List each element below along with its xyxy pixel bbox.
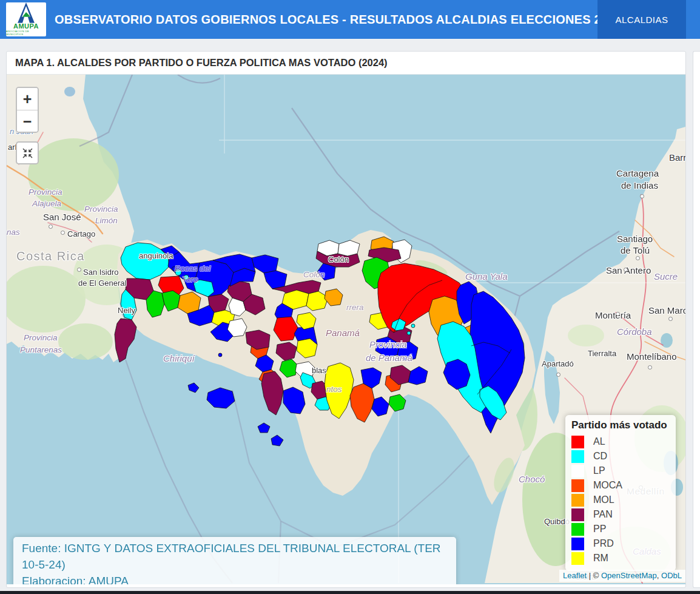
zoom-out-button[interactable]: − [17, 110, 38, 132]
legend-label: CD [593, 451, 607, 462]
comma-text: , [657, 571, 659, 580]
legend-label: PRD [593, 538, 614, 549]
legend-swatch-MOCA [571, 479, 584, 492]
legend-swatch-MOL [571, 494, 584, 507]
map-panel: MAPA 1. ALCALDES POR PARTIDO O FUERZA PO… [6, 51, 686, 588]
legend-swatch-AL [571, 436, 584, 448]
city-marker-dot [77, 268, 81, 272]
app-header: AMUPA ASOCIACION DE MUNICIPIOS OBSERVATO… [0, 0, 700, 39]
right-panel-sliver [693, 51, 700, 588]
city-marker-dot [556, 373, 560, 377]
leaflet-map[interactable]: n JuanarloProvinciaAlajuelaSan JoséCarta… [7, 75, 685, 584]
source-box: Fuente: IGNTG Y DATOS EXTRAOFICIALES DEL… [13, 537, 456, 584]
island-polygon-CD[interactable] [184, 275, 189, 280]
legend-title: Partido más votado [571, 419, 670, 431]
logo-subtext: ASOCIACION DE MUNICIPIOS [6, 30, 46, 36]
legend-label: RM [593, 553, 608, 564]
legend-swatch-LP [571, 465, 584, 478]
legend-row: LP [571, 464, 670, 478]
attribution-separator: | [589, 571, 591, 580]
island-polygon-CD[interactable] [407, 331, 411, 335]
legend-label: PP [593, 524, 606, 535]
city-marker-dot [648, 365, 652, 370]
city-marker-dot [616, 312, 620, 316]
legend-swatch-CD [571, 450, 584, 463]
map-attribution: Leaflet | © OpenStreetMap, ODbL [559, 570, 685, 582]
source-line1: Fuente: IGNTG Y DATOS EXTRAOFICIALES DEL… [22, 541, 448, 573]
map-panel-title: MAPA 1. ALCALDES POR PARTIDO O FUERZA PO… [7, 52, 685, 75]
legend-label: MOCA [593, 480, 622, 491]
logo-a-icon [14, 2, 38, 23]
source-line2: Elaboracion: AMUPA [22, 573, 448, 584]
footer-top-bar [0, 591, 700, 594]
amupa-logo[interactable]: AMUPA ASOCIACION DE MUNICIPIOS [6, 2, 46, 36]
city-marker-dot [61, 231, 65, 235]
island-polygon-CD[interactable] [175, 269, 181, 275]
legend-row: MOCA [571, 478, 670, 493]
legend-swatch-RM [571, 552, 584, 565]
legend-label: LP [593, 465, 605, 476]
city-marker-dot [668, 317, 673, 321]
city-marker-dot [624, 268, 628, 272]
island-polygon-CD[interactable] [411, 324, 415, 328]
alcaldias-nav-button[interactable]: ALCALDIAS [597, 0, 686, 39]
island-polygon-PRD[interactable] [172, 267, 177, 271]
city-marker-dot [640, 194, 644, 198]
legend-swatch-PAN [571, 508, 584, 521]
legend-row: PRD [571, 536, 670, 551]
legend-row: PP [571, 522, 670, 536]
legend-rows: ALCDLPMOCAMOLPANPPPRDRM [571, 434, 670, 565]
copyright-symbol: © [593, 571, 599, 580]
osm-link[interactable]: OpenStreetMap [601, 571, 657, 580]
legend-row: PAN [571, 507, 670, 522]
city-marker-dot [636, 256, 640, 260]
legend-row: RM [571, 551, 670, 565]
fullscreen-button[interactable] [16, 141, 39, 164]
zoom-control: + − [16, 87, 39, 133]
legend-row: AL [571, 434, 670, 449]
leaflet-link[interactable]: Leaflet [563, 571, 587, 580]
legend-row: CD [571, 449, 670, 464]
island-polygon-PRD[interactable] [218, 353, 222, 357]
city-marker-dot [49, 224, 53, 229]
legend-swatch-PP [571, 523, 584, 536]
page-title: OBSERVATORIO DATOS GOBIERNOS LOCALES - R… [55, 0, 622, 39]
legend-swatch-PRD [571, 538, 584, 550]
legend-row: MOL [571, 493, 670, 507]
zoom-in-button[interactable]: + [17, 88, 38, 110]
legend-label: AL [593, 436, 605, 447]
compress-arrows-icon [22, 148, 33, 158]
legend-label: MOL [593, 494, 614, 505]
odbl-link[interactable]: ODbL [661, 571, 682, 580]
logo-text: AMUPA [13, 23, 39, 30]
map-legend: Partido más votado ALCDLPMOCAMOLPANPPPRD… [565, 415, 676, 571]
legend-label: PAN [593, 509, 613, 520]
